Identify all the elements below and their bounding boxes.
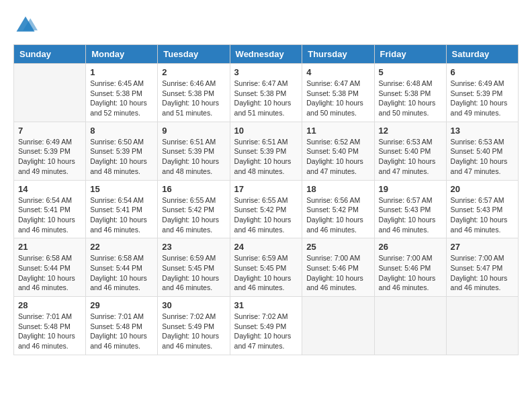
day-info: Sunrise: 6:49 AMSunset: 5:39 PMDaylight:… — [451, 79, 514, 118]
calendar-cell: 30Sunrise: 7:02 AMSunset: 5:49 PMDayligh… — [158, 297, 230, 355]
calendar-cell: 4Sunrise: 6:47 AMSunset: 5:38 PMDaylight… — [302, 64, 374, 122]
day-info: Sunrise: 7:02 AMSunset: 5:49 PMDaylight:… — [234, 312, 298, 351]
day-info: Sunrise: 6:55 AMSunset: 5:42 PMDaylight:… — [162, 195, 225, 235]
day-info: Sunrise: 7:02 AMSunset: 5:49 PMDaylight:… — [162, 312, 225, 351]
day-info: Sunrise: 6:54 AMSunset: 5:41 PMDaylight:… — [90, 195, 153, 235]
day-number: 3 — [234, 67, 298, 77]
day-number: 11 — [306, 126, 369, 136]
day-info: Sunrise: 6:48 AMSunset: 5:38 PMDaylight:… — [379, 79, 442, 118]
calendar-cell: 1Sunrise: 6:45 AMSunset: 5:38 PMDaylight… — [86, 64, 158, 122]
day-info: Sunrise: 6:57 AMSunset: 5:43 PMDaylight:… — [451, 195, 514, 235]
calendar-cell — [446, 297, 518, 355]
day-info: Sunrise: 6:51 AMSunset: 5:39 PMDaylight:… — [162, 137, 225, 177]
calendar-week-5: 28Sunrise: 7:01 AMSunset: 5:48 PMDayligh… — [14, 297, 519, 355]
day-info: Sunrise: 6:57 AMSunset: 5:43 PMDaylight:… — [379, 195, 442, 235]
logo-icon — [13, 13, 38, 38]
day-info: Sunrise: 7:01 AMSunset: 5:48 PMDaylight:… — [18, 312, 81, 351]
day-number: 30 — [162, 300, 225, 310]
day-number: 14 — [18, 184, 81, 194]
calendar-week-4: 21Sunrise: 6:58 AMSunset: 5:44 PMDayligh… — [14, 238, 519, 297]
calendar-cell: 5Sunrise: 6:48 AMSunset: 5:38 PMDaylight… — [374, 64, 446, 122]
day-number: 10 — [234, 126, 298, 136]
day-number: 17 — [234, 184, 298, 194]
calendar-table: SundayMondayTuesdayWednesdayThursdayFrid… — [13, 44, 519, 355]
day-number: 7 — [18, 126, 81, 136]
day-header-thursday: Thursday — [302, 45, 374, 64]
calendar-cell: 3Sunrise: 6:47 AMSunset: 5:38 PMDaylight… — [230, 64, 302, 122]
day-info: Sunrise: 6:53 AMSunset: 5:40 PMDaylight:… — [451, 137, 514, 177]
day-info: Sunrise: 6:50 AMSunset: 5:39 PMDaylight:… — [90, 137, 153, 177]
calendar-cell: 16Sunrise: 6:55 AMSunset: 5:42 PMDayligh… — [158, 180, 230, 238]
calendar-week-2: 7Sunrise: 6:49 AMSunset: 5:39 PMDaylight… — [14, 122, 519, 180]
day-number: 19 — [379, 184, 442, 194]
calendar-header-row: SundayMondayTuesdayWednesdayThursdayFrid… — [14, 45, 519, 64]
day-info: Sunrise: 7:00 AMSunset: 5:46 PMDaylight:… — [306, 253, 369, 293]
calendar-cell — [374, 297, 446, 355]
day-number: 28 — [18, 300, 81, 310]
day-number: 25 — [306, 242, 369, 252]
day-number: 13 — [451, 126, 514, 136]
calendar-cell: 13Sunrise: 6:53 AMSunset: 5:40 PMDayligh… — [446, 122, 518, 180]
day-number: 6 — [451, 67, 514, 77]
day-info: Sunrise: 6:49 AMSunset: 5:39 PMDaylight:… — [18, 137, 81, 177]
day-header-saturday: Saturday — [446, 45, 518, 64]
day-number: 1 — [90, 67, 153, 77]
day-header-sunday: Sunday — [14, 45, 86, 64]
calendar-body: 1Sunrise: 6:45 AMSunset: 5:38 PMDaylight… — [14, 64, 519, 355]
calendar-cell: 11Sunrise: 6:52 AMSunset: 5:40 PMDayligh… — [302, 122, 374, 180]
day-info: Sunrise: 6:55 AMSunset: 5:42 PMDaylight:… — [234, 195, 298, 235]
calendar-week-3: 14Sunrise: 6:54 AMSunset: 5:41 PMDayligh… — [14, 180, 519, 238]
logo — [13, 13, 40, 38]
day-info: Sunrise: 6:53 AMSunset: 5:40 PMDaylight:… — [379, 137, 442, 177]
day-info: Sunrise: 6:59 AMSunset: 5:45 PMDaylight:… — [162, 253, 225, 293]
day-header-monday: Monday — [86, 45, 158, 64]
day-number: 16 — [162, 184, 225, 194]
day-info: Sunrise: 6:52 AMSunset: 5:40 PMDaylight:… — [306, 137, 369, 177]
calendar-week-1: 1Sunrise: 6:45 AMSunset: 5:38 PMDaylight… — [14, 64, 519, 122]
day-info: Sunrise: 6:58 AMSunset: 5:44 PMDaylight:… — [18, 253, 81, 293]
calendar-cell: 8Sunrise: 6:50 AMSunset: 5:39 PMDaylight… — [86, 122, 158, 180]
day-number: 26 — [379, 242, 442, 252]
calendar-cell: 19Sunrise: 6:57 AMSunset: 5:43 PMDayligh… — [374, 180, 446, 238]
day-number: 5 — [379, 67, 442, 77]
day-info: Sunrise: 6:45 AMSunset: 5:38 PMDaylight:… — [90, 79, 153, 118]
day-number: 24 — [234, 242, 298, 252]
calendar-cell: 2Sunrise: 6:46 AMSunset: 5:38 PMDaylight… — [158, 64, 230, 122]
day-number: 2 — [162, 67, 225, 77]
calendar-cell: 14Sunrise: 6:54 AMSunset: 5:41 PMDayligh… — [14, 180, 86, 238]
day-info: Sunrise: 6:47 AMSunset: 5:38 PMDaylight:… — [306, 79, 369, 118]
day-number: 22 — [90, 242, 153, 252]
day-number: 20 — [451, 184, 514, 194]
day-number: 12 — [379, 126, 442, 136]
day-number: 21 — [18, 242, 81, 252]
calendar-cell: 28Sunrise: 7:01 AMSunset: 5:48 PMDayligh… — [14, 297, 86, 355]
calendar-cell — [14, 64, 86, 122]
day-info: Sunrise: 6:58 AMSunset: 5:44 PMDaylight:… — [90, 253, 153, 293]
calendar-cell: 6Sunrise: 6:49 AMSunset: 5:39 PMDaylight… — [446, 64, 518, 122]
day-info: Sunrise: 6:56 AMSunset: 5:42 PMDaylight:… — [306, 195, 369, 235]
day-number: 23 — [162, 242, 225, 252]
calendar-cell: 22Sunrise: 6:58 AMSunset: 5:44 PMDayligh… — [86, 238, 158, 297]
day-number: 8 — [90, 126, 153, 136]
day-header-wednesday: Wednesday — [230, 45, 302, 64]
day-header-tuesday: Tuesday — [158, 45, 230, 64]
day-number: 29 — [90, 300, 153, 310]
day-header-friday: Friday — [374, 45, 446, 64]
calendar-cell: 29Sunrise: 7:01 AMSunset: 5:48 PMDayligh… — [86, 297, 158, 355]
calendar-cell: 26Sunrise: 7:00 AMSunset: 5:46 PMDayligh… — [374, 238, 446, 297]
calendar-cell: 18Sunrise: 6:56 AMSunset: 5:42 PMDayligh… — [302, 180, 374, 238]
calendar-cell: 21Sunrise: 6:58 AMSunset: 5:44 PMDayligh… — [14, 238, 86, 297]
day-number: 27 — [451, 242, 514, 252]
day-info: Sunrise: 6:47 AMSunset: 5:38 PMDaylight:… — [234, 79, 298, 118]
calendar-cell: 17Sunrise: 6:55 AMSunset: 5:42 PMDayligh… — [230, 180, 302, 238]
calendar-cell — [302, 297, 374, 355]
day-info: Sunrise: 7:00 AMSunset: 5:46 PMDaylight:… — [379, 253, 442, 293]
calendar-cell: 9Sunrise: 6:51 AMSunset: 5:39 PMDaylight… — [158, 122, 230, 180]
day-info: Sunrise: 7:00 AMSunset: 5:47 PMDaylight:… — [451, 253, 514, 293]
calendar-cell: 12Sunrise: 6:53 AMSunset: 5:40 PMDayligh… — [374, 122, 446, 180]
day-number: 4 — [306, 67, 369, 77]
day-number: 31 — [234, 300, 298, 310]
calendar-cell: 27Sunrise: 7:00 AMSunset: 5:47 PMDayligh… — [446, 238, 518, 297]
day-number: 18 — [306, 184, 369, 194]
day-info: Sunrise: 7:01 AMSunset: 5:48 PMDaylight:… — [90, 312, 153, 351]
